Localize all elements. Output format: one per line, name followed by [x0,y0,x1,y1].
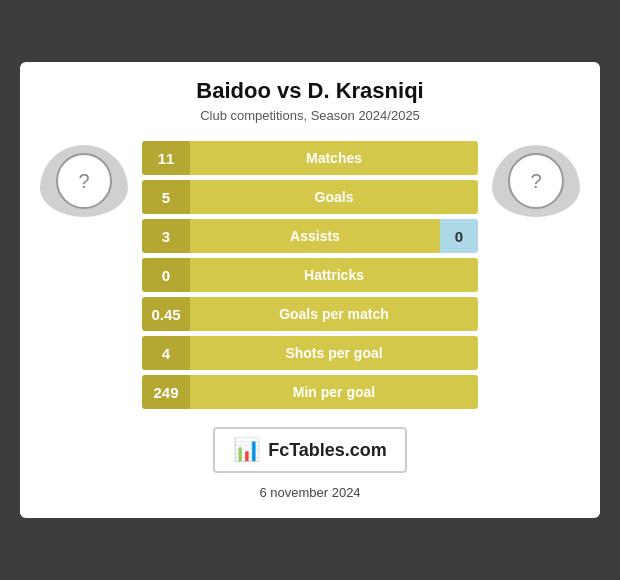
player-right-avatar-bg: ? [492,145,580,217]
stat-row-goals-per-match: 0.45Goals per match [142,297,478,331]
logo-section: 📊 FcTables.com [20,413,600,479]
stat-row-min-per-goal: 249Min per goal [142,375,478,409]
page-title: Baidoo vs D. Krasniqi [30,78,590,104]
stat-value-right-assists: 0 [440,219,478,253]
player-left-column: ? [40,141,128,217]
stat-label-min-per-goal: Min per goal [190,375,478,409]
stat-value-left-goals-per-match: 0.45 [142,297,190,331]
stat-value-left-goals: 5 [142,180,190,214]
stat-label-goals-per-match: Goals per match [190,297,478,331]
content-area: ? 11Matches5Goals3Assists00Hattricks0.45… [20,141,600,413]
stat-row-matches: 11Matches [142,141,478,175]
date-section: 6 november 2024 [20,479,600,514]
header-section: Baidoo vs D. Krasniqi Club competitions,… [20,62,600,141]
date-label: 6 november 2024 [259,485,360,500]
stat-label-assists: Assists [190,219,440,253]
stat-label-hattricks: Hattricks [190,258,478,292]
player-left-avatar: ? [56,153,112,209]
stat-row-hattricks: 0Hattricks [142,258,478,292]
stat-row-shots-per-goal: 4Shots per goal [142,336,478,370]
stat-value-left-hattricks: 0 [142,258,190,292]
stat-value-left-matches: 11 [142,141,190,175]
stat-value-left-min-per-goal: 249 [142,375,190,409]
stat-row-assists: 3Assists0 [142,219,478,253]
page-background: Baidoo vs D. Krasniqi Club competitions,… [0,0,620,580]
player-left-icon: ? [78,170,89,193]
stat-label-shots-per-goal: Shots per goal [190,336,478,370]
player-left-avatar-bg: ? [40,145,128,217]
logo-box: 📊 FcTables.com [213,427,407,473]
stats-column: 11Matches5Goals3Assists00Hattricks0.45Go… [136,141,484,409]
stat-value-left-shots-per-goal: 4 [142,336,190,370]
player-right-avatar: ? [508,153,564,209]
stat-row-goals: 5Goals [142,180,478,214]
subtitle: Club competitions, Season 2024/2025 [30,108,590,123]
player-right-column: ? [492,141,580,217]
stat-label-goals: Goals [190,180,478,214]
player-right-icon: ? [530,170,541,193]
stat-value-left-assists: 3 [142,219,190,253]
logo-icon: 📊 [233,437,260,463]
comparison-card: Baidoo vs D. Krasniqi Club competitions,… [20,62,600,518]
logo-text: FcTables.com [268,440,387,461]
stat-label-matches: Matches [190,141,478,175]
